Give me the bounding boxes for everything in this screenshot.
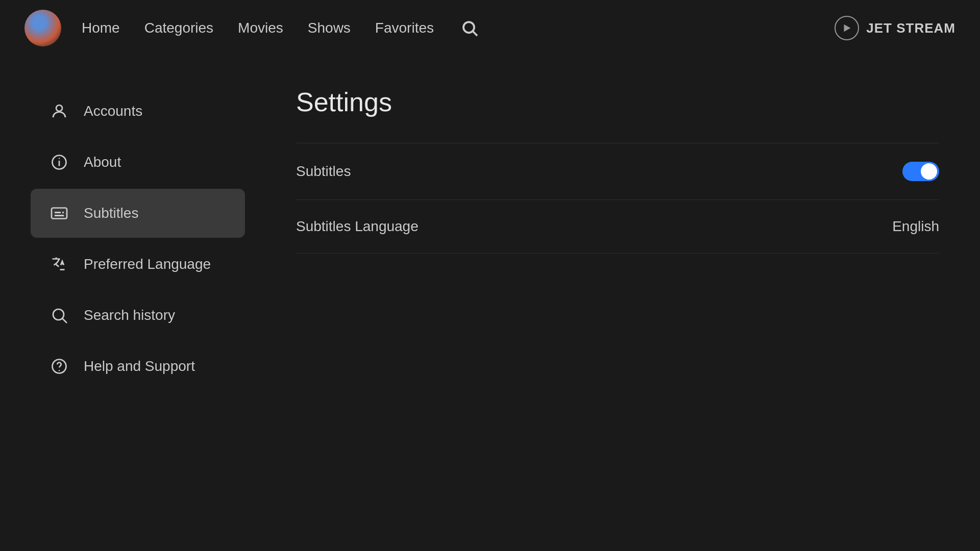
brand-area: JET STREAM [835, 16, 955, 40]
brand-play-icon [835, 16, 859, 40]
sidebar: Accounts About Subtitles [0, 56, 265, 551]
sidebar-item-preferred-language[interactable]: Preferred Language [31, 240, 245, 289]
sidebar-help-support-label: Help and Support [84, 358, 195, 374]
nav-favorites[interactable]: Favorites [375, 20, 434, 36]
play-icon [841, 22, 852, 34]
info-icon [49, 152, 69, 172]
nav-shows[interactable]: Shows [308, 20, 351, 36]
sidebar-item-subtitles[interactable]: Subtitles [31, 189, 245, 238]
settings-title: Settings [296, 87, 939, 117]
help-icon [49, 356, 69, 377]
nav-home[interactable]: Home [82, 20, 120, 36]
svg-point-12 [53, 309, 64, 320]
subtitles-language-value: English [892, 218, 939, 235]
nav-categories[interactable]: Categories [144, 20, 213, 36]
settings-row-subtitles: Subtitles [296, 143, 939, 200]
svg-point-3 [56, 105, 62, 111]
toggle-knob [921, 163, 937, 180]
user-icon [49, 101, 69, 121]
top-navigation: Home Categories Movies Shows Favorites J… [0, 0, 980, 56]
sidebar-item-accounts[interactable]: Accounts [31, 87, 245, 136]
main-content: Accounts About Subtitles [0, 56, 980, 551]
sidebar-about-label: About [84, 154, 121, 170]
nav-movies[interactable]: Movies [238, 20, 283, 36]
subtitles-label: Subtitles [296, 163, 351, 180]
search-button[interactable] [458, 17, 481, 39]
avatar[interactable] [24, 10, 61, 46]
svg-point-15 [59, 370, 60, 371]
brand-name: JET STREAM [866, 20, 955, 36]
sidebar-item-search-history[interactable]: Search history [31, 291, 245, 340]
svg-marker-2 [844, 24, 851, 32]
svg-line-13 [63, 319, 67, 323]
subtitles-icon [49, 203, 69, 223]
sidebar-search-history-label: Search history [84, 307, 175, 323]
search-history-icon [49, 305, 69, 325]
subtitles-toggle[interactable] [902, 162, 939, 181]
sidebar-item-about[interactable]: About [31, 138, 245, 187]
sidebar-item-help-support[interactable]: Help and Support [31, 342, 245, 391]
svg-point-0 [463, 22, 474, 33]
settings-row-subtitles-language[interactable]: Subtitles Language English [296, 200, 939, 254]
search-icon [460, 19, 479, 37]
nav-links: Home Categories Movies Shows Favorites [82, 17, 835, 39]
sidebar-subtitles-label: Subtitles [84, 205, 138, 221]
svg-point-6 [59, 158, 60, 159]
sidebar-preferred-language-label: Preferred Language [84, 256, 211, 272]
subtitles-language-label: Subtitles Language [296, 218, 419, 235]
settings-panel: Settings Subtitles Subtitles Language En… [265, 56, 980, 551]
translate-icon [49, 254, 69, 274]
sidebar-accounts-label: Accounts [84, 103, 142, 119]
svg-line-1 [473, 32, 477, 36]
